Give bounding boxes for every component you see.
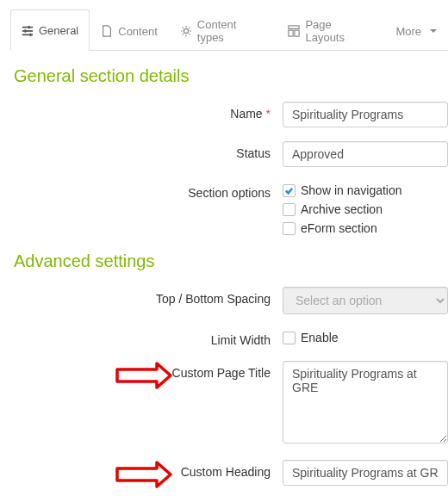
label-name: Name [230,107,262,121]
row-limit-width: Limit Width Enable [0,328,448,347]
opt-eform: eForm section [301,221,377,235]
svg-rect-7 [289,26,299,29]
row-spacing: Top / Bottom Spacing Select an option [0,287,448,314]
file-icon [101,25,113,37]
tab-more[interactable]: More [384,9,448,51]
row-name: Name * [0,102,448,127]
tab-label: More [395,25,421,38]
tab-content-types[interactable]: Content types [169,9,277,51]
label-limit-width: Limit Width [0,328,283,347]
heading-general-details: General section details [14,66,448,86]
general-form: Name * Status Section options Show in na… [0,102,448,238]
label-status: Status [0,141,283,160]
checkbox-show-nav[interactable] [283,184,296,197]
advanced-form: Top / Bottom Spacing Select an option Li… [0,287,448,486]
svg-point-6 [184,28,188,33]
tab-label: General [39,24,78,37]
svg-rect-5 [30,33,32,36]
opt-enable: Enable [301,331,339,344]
tab-label: Content [118,25,158,38]
row-custom-page-title: Custom Page Title Spirituality Programs … [0,361,448,446]
status-input[interactable] [283,141,448,167]
chevron-down-icon [430,29,437,33]
spacing-select[interactable]: Select an option [283,287,448,314]
svg-rect-8 [289,30,293,36]
tab-page-layouts[interactable]: Page Layouts [277,9,384,51]
svg-rect-1 [22,30,33,32]
row-section-options: Section options Show in navigation Archi… [0,181,448,238]
svg-rect-4 [25,29,27,33]
sliders-icon [22,25,34,37]
tab-label: Page Layouts [305,18,373,44]
label-custom-page-title: Custom Page Title [0,361,283,380]
custom-page-title-input[interactable]: Spirituality Programs at GRE [283,361,448,443]
tab-label: Content types [197,18,266,44]
checkbox-eform[interactable] [283,222,296,235]
gear-icon [180,25,192,37]
custom-heading-input[interactable] [283,460,448,486]
row-status: Status [0,141,448,167]
layout-icon [288,25,300,37]
heading-advanced: Advanced settings [14,251,448,271]
name-input[interactable] [283,102,448,127]
label-custom-heading: Custom Heading [0,460,283,479]
tab-general[interactable]: General [10,9,90,51]
opt-archive: Archive section [301,202,383,216]
checkbox-limit-width[interactable] [283,332,296,344]
svg-rect-9 [295,30,299,36]
row-custom-heading: Custom Heading [0,460,448,486]
checkbox-archive[interactable] [283,203,296,216]
tab-content[interactable]: Content [90,9,169,51]
svg-rect-0 [22,26,33,28]
tab-bar: General Content Content types Page Layou… [10,9,448,51]
svg-rect-3 [28,25,30,28]
required-marker: * [266,107,271,121]
label-spacing: Top / Bottom Spacing [0,287,283,306]
opt-show-nav: Show in navigation [301,183,402,197]
label-section-options: Section options [0,181,283,200]
